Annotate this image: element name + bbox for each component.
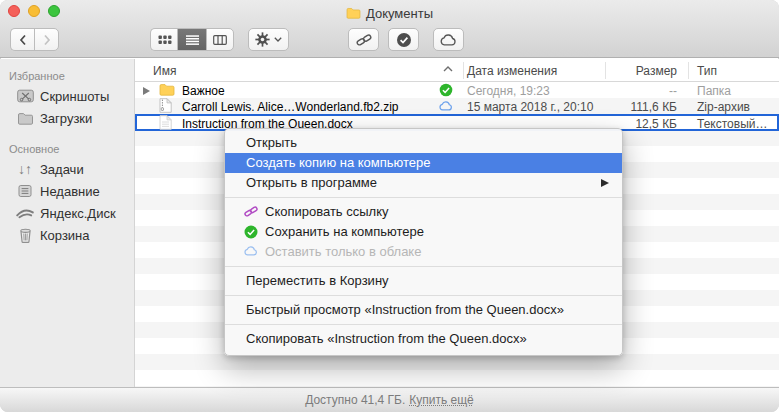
finder-window: Документы [0, 0, 779, 412]
recents-icon [15, 184, 35, 198]
file-type: Zip-архив [697, 100, 750, 114]
menu-separator [225, 197, 622, 198]
window-chrome: Документы [0, 0, 779, 58]
menu-item-label: Скопировать ссылку [265, 204, 389, 219]
file-date: 15 марта 2018 г., 20:10 [467, 100, 593, 114]
sidebar-item-label: Недавние [40, 184, 100, 199]
chevron-right-icon [43, 34, 51, 46]
sidebar-item-label: Скриншоты [40, 89, 109, 104]
grid-view-icon [158, 35, 172, 45]
menu-item-quick-look[interactable]: Быстрый просмотр «Instruction from the Q… [225, 300, 622, 320]
menu-separator [225, 324, 622, 325]
menu-item-save-local[interactable]: Сохранить на компьютере [225, 222, 622, 242]
file-name: Carroll Lewis. Alice…Wonderland.fb2.zip [182, 100, 399, 114]
menu-item-copy-link[interactable]: Скопировать ссылку [225, 202, 622, 222]
sidebar-item-downloads[interactable]: Загрузки [0, 107, 134, 129]
sidebar: Избранное Скриншоты Загрузки Основное ↓↑… [0, 59, 135, 387]
check-circle-icon [244, 225, 258, 239]
menu-item-keep-cloud-only[interactable]: Оставить только в облаке [225, 242, 622, 262]
menu-item-open-with[interactable]: Открыть в программе [225, 173, 622, 193]
text-file-icon [159, 115, 172, 130]
table-row[interactable]: Важное Сегодня, 19:23 -- Папка [135, 82, 779, 98]
column-header-date[interactable]: Дата изменения [467, 64, 557, 78]
folder-icon [15, 112, 35, 125]
sort-arrows-icon: ↓↑ [15, 161, 35, 177]
disclosure-triangle-icon[interactable] [143, 87, 150, 95]
sidebar-item-tasks[interactable]: ↓↑ Задачи [0, 158, 134, 180]
file-type: Папка [697, 84, 731, 98]
menu-item-create-local-copy[interactable]: Создать копию на компьютере [225, 153, 622, 173]
cloud-icon [440, 34, 457, 46]
sidebar-item-label: Загрузки [40, 111, 92, 126]
sidebar-item-label: Яндекс.Диск [40, 206, 116, 221]
folder-icon [346, 7, 361, 19]
menu-item-copy[interactable]: Скопировать «Instruction from the Queen.… [225, 329, 622, 349]
file-type: Текстовый… [697, 117, 767, 131]
back-button[interactable] [10, 28, 35, 51]
save-offline-button[interactable] [388, 28, 419, 51]
link-icon [244, 205, 258, 218]
trash-icon [15, 228, 35, 243]
column-header-size[interactable]: Размер [636, 64, 677, 78]
action-menu-button[interactable] [248, 28, 289, 51]
sort-ascending-icon [443, 66, 453, 72]
link-icon [356, 33, 372, 47]
menu-item-label: Сохранить на компьютере [265, 224, 424, 239]
cloud-only-badge [439, 101, 453, 111]
menu-item-label: Открыть в программе [246, 175, 377, 190]
cloud-icon [244, 246, 258, 256]
window-title-bar: Документы [0, 4, 779, 22]
available-space-text: Доступно 41,4 ГБ. [305, 393, 405, 407]
context-menu: Открыть Создать копию на компьютере Откр… [224, 128, 623, 356]
forward-button[interactable] [34, 28, 59, 51]
check-circle-icon [396, 32, 412, 48]
table-row[interactable]: Carroll Lewis. Alice…Wonderland.fb2.zip … [135, 98, 779, 114]
cloud-only-button[interactable] [433, 28, 464, 51]
column-header-type[interactable]: Тип [697, 64, 717, 78]
zip-file-icon [159, 98, 172, 113]
sidebar-section-main: Основное [0, 138, 134, 158]
menu-item-open[interactable]: Открыть [225, 133, 622, 153]
chevron-down-icon [274, 37, 282, 42]
list-header: Имя Дата изменения Размер Тип [135, 59, 779, 82]
file-size: 111,6 КБ [631, 100, 677, 114]
chevron-left-icon [19, 34, 27, 46]
sidebar-item-screenshots[interactable]: Скриншоты [0, 85, 134, 107]
synced-check-badge [439, 83, 453, 97]
file-size: 12,5 КБ [635, 117, 677, 131]
menu-item-label: Оставить только в облаке [265, 244, 421, 259]
buy-more-link[interactable]: Купить ещё [409, 393, 474, 407]
yandex-disk-icon [15, 208, 35, 219]
icon-view-button[interactable] [150, 28, 178, 51]
file-name: Важное [182, 84, 225, 98]
screenshot-icon [15, 89, 35, 103]
sidebar-item-label: Корзина [40, 228, 90, 243]
menu-separator [225, 266, 622, 267]
list-view-icon [186, 35, 199, 45]
column-header-name[interactable]: Имя [153, 64, 176, 78]
file-size: -- [669, 84, 677, 98]
menu-separator [225, 295, 622, 296]
submenu-arrow-icon [601, 179, 609, 187]
sidebar-item-label: Задачи [40, 162, 84, 177]
sidebar-item-yandex-disk[interactable]: Яндекс.Диск [0, 202, 134, 224]
folder-icon [159, 83, 175, 96]
menu-item-move-to-trash[interactable]: Переместить в Корзину [225, 271, 622, 291]
columns-view-icon [213, 35, 227, 45]
file-date: Сегодня, 19:23 [467, 84, 550, 98]
copy-link-button[interactable] [348, 28, 379, 51]
status-bar: Доступно 41,4 ГБ. Купить ещё [0, 387, 779, 412]
columns-view-button[interactable] [206, 28, 234, 51]
list-view-button[interactable] [177, 28, 207, 51]
sidebar-item-trash[interactable]: Корзина [0, 224, 134, 246]
sidebar-section-favorites: Избранное [0, 65, 134, 85]
window-title: Документы [366, 6, 433, 21]
sidebar-item-recents[interactable]: Недавние [0, 180, 134, 202]
gear-icon [255, 32, 270, 47]
